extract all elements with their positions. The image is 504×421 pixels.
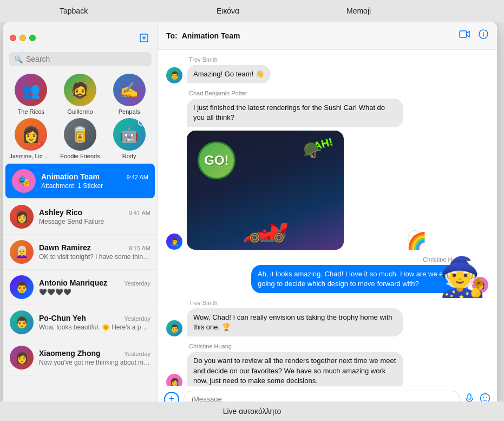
tapback-label: Tapback	[60, 7, 88, 15]
pinned-the-ricos[interactable]: 👥 The Ricos	[9, 74, 53, 115]
live-sticker-label: Live αυτοκόλλητο	[223, 407, 282, 416]
video-call-icon[interactable]	[459, 30, 470, 41]
annotation-bar: Tapback Εικόνα Memoji	[0, 0, 504, 22]
ashley-name: Ashley Rico	[39, 208, 82, 217]
memoji-float: 🧙	[439, 255, 486, 299]
animation-team-name: Animation Team	[41, 172, 100, 181]
foodie-avatar: 🥫	[64, 118, 96, 151]
chat-header-title: To: Animation Team	[166, 31, 240, 40]
antonio-preview: 🖤🖤🖤🖤	[39, 288, 150, 296]
ashley-header: Ashley Rico 9:41 AM	[39, 208, 150, 217]
chat-header: To: Animation Team	[158, 22, 497, 50]
msg-bubble-christine-2: Do you want to review all the renders to…	[187, 352, 403, 386]
pochun-header: Po-Chun Yeh Yesterday	[39, 314, 150, 322]
svg-rect-2	[468, 394, 471, 399]
antonio-header: Antonio Manriquez Yesterday	[39, 278, 150, 287]
conversation-list: 🎭 Animation Team 9:42 AM Attachment: 1 S…	[3, 163, 157, 412]
rody-avatar: 🤖	[113, 118, 146, 151]
xiaomeng-time: Yesterday	[124, 351, 150, 357]
rody-name: Rody	[108, 153, 151, 159]
pinned-guillermo[interactable]: 🧔 Guillermo	[58, 74, 102, 115]
msg-bubble-trev-1: Amazing! Go team! 👋	[187, 65, 271, 83]
to-value: Animation Team	[182, 31, 240, 40]
animation-team-time: 9:42 AM	[127, 174, 148, 180]
msg-row-christine-2: 👩 Do you want to review all the renders …	[166, 352, 488, 386]
helmet-emoji: 🪖	[303, 141, 322, 159]
antonio-content: Antonio Manriquez Yesterday 🖤🖤🖤🖤	[39, 278, 150, 296]
jasmine-avatar: 👩 ❤️	[15, 118, 47, 151]
pochun-time: Yesterday	[124, 315, 150, 322]
the-ricos-name: The Ricos	[9, 108, 53, 115]
msg-sender-trev-1: Trev Smith	[189, 56, 488, 63]
rainbow-float: 🌈	[407, 231, 427, 250]
maximize-button[interactable]	[29, 35, 36, 41]
dawn-name: Dawn Ramirez	[39, 243, 91, 252]
minimize-button[interactable]	[19, 35, 26, 41]
sidebar-header	[3, 22, 157, 48]
pochun-name: Po-Chun Yeh	[39, 314, 86, 322]
search-icon: 🔍	[14, 55, 23, 63]
pochun-content: Po-Chun Yeh Yesterday Wow, looks beautif…	[39, 314, 150, 331]
eikona-label: Εικόνα	[217, 7, 239, 15]
close-button[interactable]	[10, 35, 16, 41]
xiaomeng-header: Xiaomeng Zhong Yesterday	[39, 349, 150, 358]
pochun-preview: Wow, looks beautiful. 🌞 Here's a photo o…	[39, 323, 150, 331]
msg-bubble-trev-2: Wow, Chad! I can really envision us taki…	[187, 308, 403, 336]
pinned-jasmine[interactable]: 👩 ❤️ Jasmine, Liz &...	[9, 118, 53, 159]
conv-ashley-rico[interactable]: 👩 Ashley Rico 9:41 AM Message Send Failu…	[3, 199, 157, 235]
msg-bubble-christine-1: Ah, it looks amazing, Chad! I love it so…	[251, 265, 468, 293]
ashley-preview: Message Send Failure	[39, 218, 150, 225]
conv-dawn-ramirez[interactable]: 👩‍🦳 Dawn Ramirez 9:15 AM OK to visit ton…	[3, 235, 157, 270]
search-bar[interactable]: 🔍	[9, 52, 152, 66]
compose-button[interactable]	[138, 31, 150, 44]
msg-sender-trev-2: Trev Smith	[189, 300, 488, 306]
penpals-name: Penpals	[108, 108, 151, 115]
svg-point-5	[486, 397, 487, 398]
conv-pochun[interactable]: 👨 Po-Chun Yeh Yesterday Wow, looks beaut…	[3, 305, 157, 340]
msg-row-trev-2: 👨 Wow, Chad! I can really envision us ta…	[166, 308, 488, 336]
pinned-penpals[interactable]: ✍️ Penpals	[108, 74, 151, 115]
conv-antonio[interactable]: 👨 Antonio Manriquez Yesterday 🖤🖤🖤🖤	[3, 270, 157, 305]
animation-team-content: Animation Team 9:42 AM Attachment: 1 Sti…	[41, 172, 148, 190]
svg-rect-0	[460, 31, 467, 37]
traffic-lights	[10, 35, 36, 41]
pinned-contacts-row1: 👥 The Ricos 🧔 Guillermo ✍️ Penpals	[3, 70, 157, 118]
search-input[interactable]	[26, 55, 146, 63]
animation-team-header: Animation Team 9:42 AM	[41, 172, 148, 181]
msg-bubble-chad-text: I just finished the latest renderings fo…	[187, 99, 403, 127]
the-ricos-avatar: 👥	[15, 74, 47, 106]
sushi-car-image[interactable]: GO! ZAH! 🏎️ 🪖	[187, 131, 344, 250]
guillermo-name: Guillermo	[58, 108, 102, 115]
info-icon[interactable]	[479, 29, 488, 42]
ashley-avatar: 👩	[10, 205, 34, 229]
xiaomeng-content: Xiaomeng Zhong Yesterday Now you've got …	[39, 349, 150, 366]
msg-sender-christine-2: Christine Huang	[189, 343, 488, 349]
conv-xiaomeng[interactable]: 👩 Xiaomeng Zhong Yesterday Now you've go…	[3, 340, 157, 375]
ashley-time: 9:41 AM	[129, 210, 150, 216]
go-sticker: GO!	[198, 141, 235, 179]
msg-group-chad: Chad Benjamin Potter 👨‍🦱 I just finished…	[166, 90, 488, 249]
jasmine-name: Jasmine, Liz &...	[9, 153, 53, 159]
dawn-header: Dawn Ramirez 9:15 AM	[39, 243, 150, 252]
trev-avatar-2: 👨	[166, 320, 182, 336]
sushi-car-emoji: 🏎️	[242, 200, 289, 244]
pinned-rody[interactable]: 🤖 Rody	[108, 118, 151, 159]
pochun-avatar: 👨	[10, 310, 34, 334]
dawn-time: 9:15 AM	[129, 245, 150, 251]
xiaomeng-preview: Now you've got me thinking about my next…	[39, 359, 150, 366]
pinned-foodie[interactable]: 🥫 Foodie Friends	[58, 118, 102, 159]
christine-avatar-2: 👩	[166, 374, 182, 386]
msg-group-christine-2: Christine Huang 👩 Do you want to review …	[166, 343, 488, 386]
msg-row-chad: 👨‍🦱 I just finished the latest rendering…	[166, 99, 488, 249]
conv-animation-team[interactable]: 🎭 Animation Team 9:42 AM Attachment: 1 S…	[5, 164, 155, 198]
antonio-time: Yesterday	[124, 280, 150, 287]
to-label: To:	[166, 31, 178, 40]
msg-row-trev-1: 👨 Amazing! Go team! 👋	[166, 65, 488, 83]
memoji-label: Memoji	[346, 7, 371, 15]
xiaomeng-name: Xiaomeng Zhong	[39, 349, 101, 358]
penpals-avatar: ✍️	[113, 74, 146, 106]
guillermo-avatar: 🧔	[64, 74, 96, 106]
animation-team-preview: Attachment: 1 Sticker	[41, 182, 148, 190]
chat-header-actions	[459, 29, 488, 42]
chad-avatar: 👨‍🦱	[166, 234, 182, 250]
